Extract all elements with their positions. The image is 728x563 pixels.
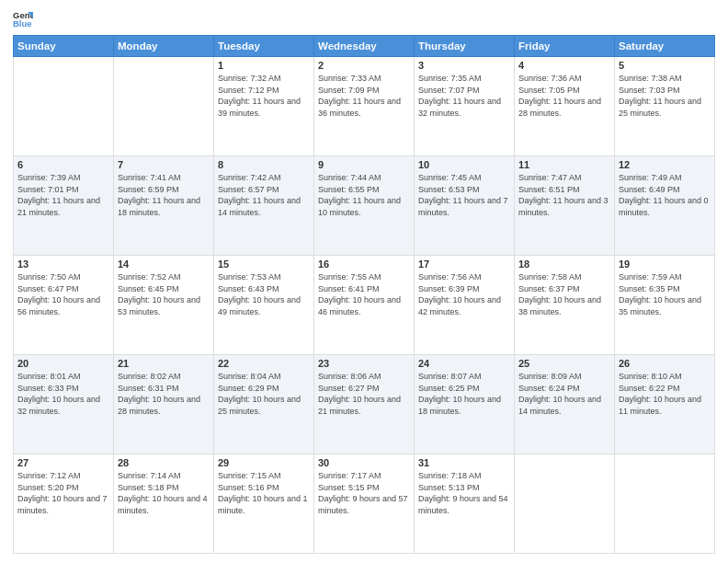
day-number: 4 — [518, 60, 610, 71]
day-info: Sunrise: 7:12 AM Sunset: 5:20 PM Dayligh… — [17, 470, 109, 516]
day-info: Sunrise: 8:10 AM Sunset: 6:22 PM Dayligh… — [619, 371, 711, 417]
calendar-cell: 23Sunrise: 8:06 AM Sunset: 6:27 PM Dayli… — [314, 355, 415, 454]
day-info: Sunrise: 7:17 AM Sunset: 5:15 PM Dayligh… — [318, 470, 410, 516]
calendar-week-row: 13Sunrise: 7:50 AM Sunset: 6:47 PM Dayli… — [14, 256, 715, 355]
day-info: Sunrise: 8:07 AM Sunset: 6:25 PM Dayligh… — [418, 371, 510, 417]
day-number: 2 — [318, 60, 410, 71]
day-info: Sunrise: 7:38 AM Sunset: 7:03 PM Dayligh… — [619, 73, 711, 119]
day-info: Sunrise: 7:58 AM Sunset: 6:37 PM Dayligh… — [518, 271, 610, 317]
day-number: 22 — [218, 358, 310, 369]
calendar-cell: 28Sunrise: 7:14 AM Sunset: 5:18 PM Dayli… — [114, 454, 214, 554]
calendar-cell: 22Sunrise: 8:04 AM Sunset: 6:29 PM Dayli… — [214, 355, 314, 454]
day-info: Sunrise: 7:35 AM Sunset: 7:07 PM Dayligh… — [418, 73, 510, 119]
day-number: 27 — [17, 457, 109, 468]
calendar-cell: 24Sunrise: 8:07 AM Sunset: 6:25 PM Dayli… — [415, 355, 515, 454]
calendar-cell: 2Sunrise: 7:33 AM Sunset: 7:09 PM Daylig… — [314, 57, 415, 156]
day-number: 3 — [418, 60, 510, 71]
calendar-cell: 31Sunrise: 7:18 AM Sunset: 5:13 PM Dayli… — [415, 454, 515, 554]
calendar-cell: 6Sunrise: 7:39 AM Sunset: 7:01 PM Daylig… — [14, 156, 114, 256]
weekday-header: Friday — [515, 36, 615, 57]
calendar-cell: 1Sunrise: 7:32 AM Sunset: 7:12 PM Daylig… — [214, 57, 314, 156]
day-number: 18 — [518, 259, 610, 270]
logo-icon: General Blue — [13, 9, 33, 29]
day-info: Sunrise: 8:01 AM Sunset: 6:33 PM Dayligh… — [17, 371, 109, 417]
day-number: 10 — [418, 159, 510, 170]
day-number: 23 — [318, 358, 410, 369]
calendar-cell: 9Sunrise: 7:44 AM Sunset: 6:55 PM Daylig… — [314, 156, 415, 256]
calendar-cell: 7Sunrise: 7:41 AM Sunset: 6:59 PM Daylig… — [114, 156, 214, 256]
calendar-cell — [14, 57, 114, 156]
day-number: 9 — [318, 159, 410, 170]
calendar-week-row: 6Sunrise: 7:39 AM Sunset: 7:01 PM Daylig… — [14, 156, 715, 256]
calendar-cell: 8Sunrise: 7:42 AM Sunset: 6:57 PM Daylig… — [214, 156, 314, 256]
logo: General Blue — [13, 9, 33, 29]
day-info: Sunrise: 8:02 AM Sunset: 6:31 PM Dayligh… — [118, 371, 210, 417]
day-info: Sunrise: 7:56 AM Sunset: 6:39 PM Dayligh… — [418, 271, 510, 317]
calendar-cell: 29Sunrise: 7:15 AM Sunset: 5:16 PM Dayli… — [214, 454, 314, 554]
calendar-cell: 26Sunrise: 8:10 AM Sunset: 6:22 PM Dayli… — [615, 355, 715, 454]
svg-text:Blue: Blue — [13, 18, 32, 29]
day-number: 29 — [218, 457, 310, 468]
day-info: Sunrise: 7:15 AM Sunset: 5:16 PM Dayligh… — [218, 470, 310, 516]
calendar-cell: 12Sunrise: 7:49 AM Sunset: 6:49 PM Dayli… — [615, 156, 715, 256]
day-info: Sunrise: 8:06 AM Sunset: 6:27 PM Dayligh… — [318, 371, 410, 417]
calendar-cell: 20Sunrise: 8:01 AM Sunset: 6:33 PM Dayli… — [14, 355, 114, 454]
day-number: 12 — [619, 159, 711, 170]
weekday-header: Wednesday — [314, 36, 415, 57]
day-number: 1 — [218, 60, 310, 71]
calendar-cell: 4Sunrise: 7:36 AM Sunset: 7:05 PM Daylig… — [515, 57, 615, 156]
page-header: General Blue — [13, 9, 715, 29]
day-info: Sunrise: 7:49 AM Sunset: 6:49 PM Dayligh… — [619, 172, 711, 218]
day-number: 5 — [619, 60, 711, 71]
day-info: Sunrise: 7:36 AM Sunset: 7:05 PM Dayligh… — [518, 73, 610, 119]
day-info: Sunrise: 7:47 AM Sunset: 6:51 PM Dayligh… — [518, 172, 610, 218]
calendar-cell: 27Sunrise: 7:12 AM Sunset: 5:20 PM Dayli… — [14, 454, 114, 554]
calendar-cell — [615, 454, 715, 554]
weekday-header: Saturday — [615, 36, 715, 57]
calendar-cell: 13Sunrise: 7:50 AM Sunset: 6:47 PM Dayli… — [14, 256, 114, 355]
calendar-week-row: 20Sunrise: 8:01 AM Sunset: 6:33 PM Dayli… — [14, 355, 715, 454]
day-info: Sunrise: 7:59 AM Sunset: 6:35 PM Dayligh… — [619, 271, 711, 317]
day-number: 8 — [218, 159, 310, 170]
calendar-cell: 16Sunrise: 7:55 AM Sunset: 6:41 PM Dayli… — [314, 256, 415, 355]
calendar-cell: 30Sunrise: 7:17 AM Sunset: 5:15 PM Dayli… — [314, 454, 415, 554]
day-number: 16 — [318, 259, 410, 270]
calendar-week-row: 1Sunrise: 7:32 AM Sunset: 7:12 PM Daylig… — [14, 57, 715, 156]
calendar-cell: 21Sunrise: 8:02 AM Sunset: 6:31 PM Dayli… — [114, 355, 214, 454]
day-info: Sunrise: 8:04 AM Sunset: 6:29 PM Dayligh… — [218, 371, 310, 417]
calendar-week-row: 27Sunrise: 7:12 AM Sunset: 5:20 PM Dayli… — [14, 454, 715, 554]
calendar-cell: 15Sunrise: 7:53 AM Sunset: 6:43 PM Dayli… — [214, 256, 314, 355]
day-number: 15 — [218, 259, 310, 270]
day-info: Sunrise: 7:42 AM Sunset: 6:57 PM Dayligh… — [218, 172, 310, 218]
calendar-cell: 14Sunrise: 7:52 AM Sunset: 6:45 PM Dayli… — [114, 256, 214, 355]
day-number: 26 — [619, 358, 711, 369]
calendar-cell — [114, 57, 214, 156]
day-number: 20 — [17, 358, 109, 369]
day-info: Sunrise: 7:14 AM Sunset: 5:18 PM Dayligh… — [118, 470, 210, 516]
day-info: Sunrise: 7:52 AM Sunset: 6:45 PM Dayligh… — [118, 271, 210, 317]
day-info: Sunrise: 7:32 AM Sunset: 7:12 PM Dayligh… — [218, 73, 310, 119]
calendar-cell: 19Sunrise: 7:59 AM Sunset: 6:35 PM Dayli… — [615, 256, 715, 355]
day-info: Sunrise: 7:44 AM Sunset: 6:55 PM Dayligh… — [318, 172, 410, 218]
calendar-cell — [515, 454, 615, 554]
calendar-cell: 11Sunrise: 7:47 AM Sunset: 6:51 PM Dayli… — [515, 156, 615, 256]
weekday-header: Tuesday — [214, 36, 314, 57]
day-info: Sunrise: 7:55 AM Sunset: 6:41 PM Dayligh… — [318, 271, 410, 317]
day-number: 31 — [418, 457, 510, 468]
calendar-cell: 3Sunrise: 7:35 AM Sunset: 7:07 PM Daylig… — [415, 57, 515, 156]
day-info: Sunrise: 7:45 AM Sunset: 6:53 PM Dayligh… — [418, 172, 510, 218]
day-number: 14 — [118, 259, 210, 270]
day-number: 17 — [418, 259, 510, 270]
day-number: 25 — [518, 358, 610, 369]
day-number: 13 — [17, 259, 109, 270]
calendar-cell: 5Sunrise: 7:38 AM Sunset: 7:03 PM Daylig… — [615, 57, 715, 156]
day-number: 7 — [118, 159, 210, 170]
weekday-header: Sunday — [14, 36, 114, 57]
day-number: 28 — [118, 457, 210, 468]
day-number: 30 — [318, 457, 410, 468]
day-number: 19 — [619, 259, 711, 270]
day-number: 11 — [518, 159, 610, 170]
calendar-cell: 18Sunrise: 7:58 AM Sunset: 6:37 PM Dayli… — [515, 256, 615, 355]
day-info: Sunrise: 7:39 AM Sunset: 7:01 PM Dayligh… — [17, 172, 109, 218]
weekday-header: Thursday — [415, 36, 515, 57]
